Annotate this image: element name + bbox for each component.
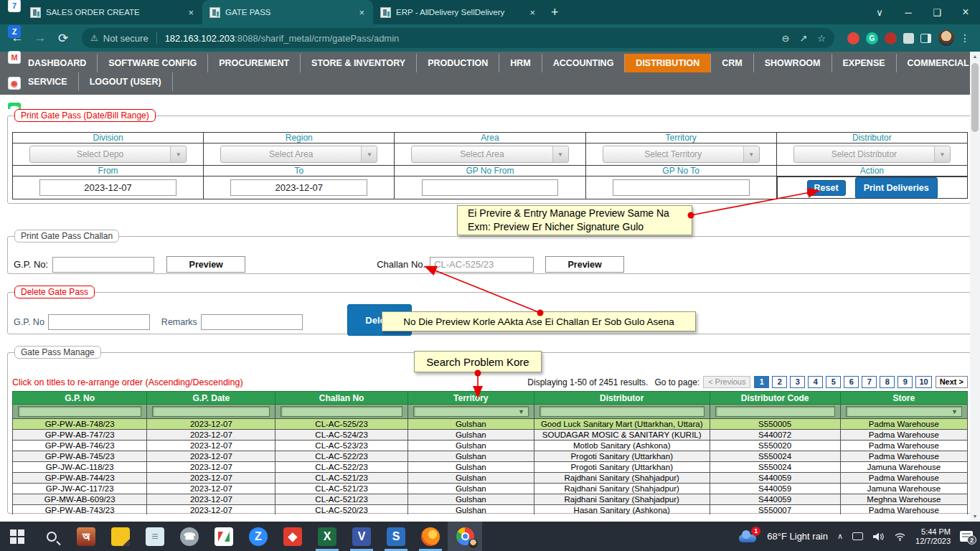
- tab-sales-order-create[interactable]: SALES ORDER CREATE ×: [23, 0, 202, 24]
- page-button-5[interactable]: 5: [826, 376, 841, 388]
- column-header-distributor[interactable]: Distributor: [534, 392, 710, 405]
- select-region[interactable]: Select Area▼: [220, 146, 377, 163]
- page-button-7[interactable]: 7: [862, 376, 877, 388]
- page-button-8[interactable]: 8: [880, 376, 895, 388]
- table-row[interactable]: GP-PW-AB-748/232023-12-07CL-AC-525/23Gul…: [13, 419, 968, 430]
- nav-item-production[interactable]: PRODUCTION: [417, 54, 499, 72]
- tab-close-icon[interactable]: ×: [528, 7, 537, 18]
- forward-button[interactable]: →: [30, 31, 50, 45]
- table-row[interactable]: GP-PW-AB-746/232023-12-07CL-AC-523/23Gul…: [13, 441, 968, 451]
- back-button[interactable]: ←: [7, 31, 27, 45]
- extension-icon-dark-red[interactable]: [885, 32, 897, 44]
- nav-item-commercial[interactable]: COMMERCIAL: [897, 54, 980, 72]
- taskbar-chrome-button[interactable]: [448, 522, 482, 551]
- remarks-input[interactable]: [201, 314, 303, 330]
- taskbar-start-button[interactable]: [0, 522, 34, 551]
- nav-item-service[interactable]: SERVICE: [17, 72, 79, 91]
- nav-item-dashboard[interactable]: DASHBOARD: [17, 54, 98, 72]
- nav-item-accounting[interactable]: ACCOUNTING: [542, 54, 626, 72]
- table-row[interactable]: GP-PW-AB-747/232023-12-07CL-AC-524/23Gul…: [13, 430, 968, 441]
- side-panel-icon[interactable]: [920, 34, 931, 43]
- nav-item-showroom[interactable]: SHOWROOM: [754, 54, 832, 72]
- page-button-1[interactable]: 1: [754, 376, 769, 388]
- filter-distributor-input[interactable]: [540, 406, 705, 417]
- nav-item-expense[interactable]: EXPENSE: [832, 54, 897, 72]
- scrollbar-thumb[interactable]: [971, 63, 979, 132]
- previous-page-button[interactable]: < Previous: [703, 376, 750, 388]
- page-button-6[interactable]: 6: [844, 376, 859, 388]
- gp-no-to-input[interactable]: [613, 179, 750, 196]
- page-button-4[interactable]: 4: [808, 376, 823, 388]
- nav-item-store-inventory[interactable]: STORE & INVENTORY: [301, 54, 417, 72]
- nav-item-software-config[interactable]: SOFTWARE CONFIG: [98, 54, 208, 72]
- select-division[interactable]: Select Depo▼: [29, 146, 187, 163]
- filter-territory-select[interactable]: ▼: [413, 406, 529, 417]
- table-row[interactable]: GP-PW-AB-743/232023-12-07CL-AC-520/23Gul…: [13, 505, 968, 515]
- column-header-territory[interactable]: Territory: [407, 392, 534, 405]
- new-tab-button[interactable]: +: [551, 5, 559, 20]
- taskbar-apk-installer-button[interactable]: [207, 522, 241, 551]
- page-button-10[interactable]: 10: [915, 376, 931, 388]
- column-header-challan-no[interactable]: Challan No: [275, 392, 407, 405]
- delete-gp-no-input[interactable]: [48, 314, 150, 330]
- taskbar-team-viewer-button[interactable]: ◆: [275, 522, 310, 551]
- filter-challan-no-input[interactable]: [281, 406, 402, 417]
- select-area[interactable]: Select Area▼: [411, 146, 568, 163]
- next-page-button[interactable]: Next >: [936, 376, 968, 388]
- gp-preview-button[interactable]: Preview: [166, 256, 245, 273]
- page-button-3[interactable]: 3: [790, 376, 805, 388]
- address-bar[interactable]: ⚠ Not secure 182.163.102.203:8088/sharif…: [82, 28, 834, 48]
- filter-store-select[interactable]: ▼: [846, 406, 962, 417]
- scroll-down-icon[interactable]: ▼: [970, 512, 980, 522]
- taskbar-s-app-button[interactable]: S: [379, 522, 413, 551]
- weather-icon[interactable]: 1: [739, 530, 758, 543]
- nav-item-procurement[interactable]: PROCUREMENT: [208, 54, 301, 72]
- tray-expand-icon[interactable]: ∧: [837, 532, 843, 541]
- tab-erp-alldelivery[interactable]: ERP - AllDelivery SellDelivery ×: [373, 0, 544, 24]
- nav-item-crm[interactable]: CRM: [711, 54, 753, 72]
- weather-text[interactable]: 68°F Light rain: [767, 531, 828, 542]
- reset-button[interactable]: Reset: [807, 180, 846, 196]
- wifi-icon[interactable]: [894, 532, 906, 541]
- gp-no-input[interactable]: [52, 257, 154, 273]
- select-distributor[interactable]: Select Distributor▼: [793, 146, 951, 163]
- profile-avatar[interactable]: [938, 30, 954, 46]
- device-icon[interactable]: [852, 532, 863, 540]
- close-button[interactable]: ×: [951, 6, 980, 19]
- table-row[interactable]: GP-JW-AC-117/232023-12-07CL-AC-521/23Gul…: [13, 484, 968, 494]
- extensions-puzzle-icon[interactable]: [903, 33, 914, 44]
- reload-button[interactable]: ⟳: [53, 31, 73, 46]
- challan-no-input[interactable]: [430, 257, 534, 273]
- grammarly-icon[interactable]: G: [866, 32, 878, 44]
- column-header-store[interactable]: Store: [840, 392, 967, 405]
- notification-center-icon[interactable]: 2: [960, 531, 973, 542]
- filter-g-p-no-input[interactable]: [18, 406, 141, 417]
- page-scrollbar[interactable]: ▲ ▼: [970, 52, 980, 522]
- taskbar-whatsapp-button[interactable]: ☎: [172, 522, 207, 551]
- not-secure-label[interactable]: Not secure: [103, 33, 149, 44]
- calendar-icon[interactable]: 7: [8, 0, 21, 12]
- browser-menu-icon[interactable]: ⋮: [960, 32, 970, 44]
- nav-item-logout-user[interactable]: LOGOUT (USER): [79, 72, 173, 91]
- taskbar-notepad-button[interactable]: ≡: [138, 522, 172, 551]
- taskbar-firefox-button[interactable]: [413, 522, 448, 551]
- gp-no-from-input[interactable]: [422, 179, 559, 196]
- restore-button[interactable]: ❑: [923, 7, 951, 18]
- minimize-button[interactable]: ─: [894, 7, 923, 18]
- clock[interactable]: 5:44 PM 12/7/2023: [915, 527, 951, 546]
- taskbar-zoom-button[interactable]: Z: [241, 522, 275, 551]
- share-icon[interactable]: ↗: [799, 33, 807, 44]
- tab-gate-pass[interactable]: GATE PASS ×: [202, 0, 373, 24]
- table-row[interactable]: GP-PW-AB-745/232023-12-07CL-AC-522/23Gul…: [13, 451, 968, 462]
- tab-close-icon[interactable]: ×: [187, 7, 195, 18]
- taskbar-avro-keyboard-button[interactable]: অ: [69, 522, 103, 551]
- filter-distributor-code-input[interactable]: [715, 406, 835, 417]
- challan-preview-button[interactable]: Preview: [545, 256, 624, 273]
- nav-item-hrm[interactable]: HRM: [499, 54, 542, 72]
- select-territory[interactable]: Select Territory▼: [603, 146, 760, 163]
- from-input[interactable]: [39, 179, 176, 196]
- taskbar-sticky-notes-button[interactable]: [103, 522, 138, 551]
- taskbar-search-button[interactable]: [34, 522, 69, 551]
- nav-item-distribution[interactable]: DISTRIBUTION: [625, 54, 711, 72]
- column-header-g-p-date[interactable]: G.P. Date: [147, 392, 275, 405]
